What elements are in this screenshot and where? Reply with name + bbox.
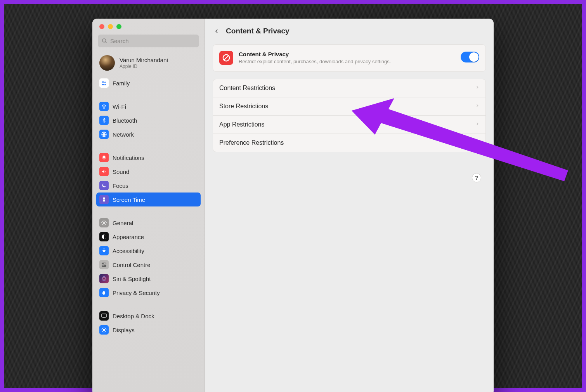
sidebar-item-label: Control Centre xyxy=(113,262,151,268)
content-privacy-description: Restrict explicit content, purchases, do… xyxy=(239,58,402,65)
svg-point-11 xyxy=(102,263,103,264)
minimize-window-button[interactable] xyxy=(108,24,113,29)
fullscreen-window-button[interactable] xyxy=(116,24,121,29)
family-icon xyxy=(99,78,109,88)
search-field[interactable] xyxy=(98,35,199,47)
sidebar-item-label: Privacy & Security xyxy=(113,290,160,296)
svg-line-23 xyxy=(105,331,106,331)
sidebar-item-bluetooth[interactable]: Bluetooth xyxy=(96,113,201,127)
store-restrictions-row[interactable]: Store Restrictions xyxy=(213,97,485,115)
notifications-icon xyxy=(99,153,109,162)
sidebar-item-general[interactable]: General xyxy=(96,216,201,230)
main-header: Content & Privacy xyxy=(205,19,494,42)
page-border: Varun Mirchandani Apple ID Family xyxy=(0,0,586,392)
sidebar-item-desktop-dock[interactable]: Desktop & Dock xyxy=(96,309,201,323)
sidebar-item-label: Focus xyxy=(113,182,128,189)
svg-line-24 xyxy=(102,331,102,331)
sidebar-item-label: Desktop & Dock xyxy=(113,313,154,319)
control-centre-icon xyxy=(99,260,109,269)
content-privacy-title: Content & Privacy xyxy=(239,51,455,57)
chevron-right-icon xyxy=(475,139,479,146)
svg-point-3 xyxy=(104,82,106,83)
row-label: Content Restrictions xyxy=(219,85,275,92)
svg-point-0 xyxy=(102,39,106,42)
chevron-right-icon xyxy=(475,103,479,110)
sidebar-item-displays[interactable]: Displays xyxy=(96,323,201,337)
sidebar-item-label: General xyxy=(113,220,133,226)
close-window-button[interactable] xyxy=(99,24,104,29)
content-privacy-toggle[interactable] xyxy=(461,52,479,62)
user-name: Varun Mirchandani xyxy=(120,57,168,63)
svg-point-8 xyxy=(104,248,105,250)
sidebar-item-label: Accessibility xyxy=(113,248,144,254)
bluetooth-icon xyxy=(99,116,109,125)
apple-id-row[interactable]: Varun Mirchandani Apple ID xyxy=(92,51,205,75)
sidebar-item-label: Sound xyxy=(113,168,129,175)
hand-icon xyxy=(99,288,109,297)
sidebar-item-control-centre[interactable]: Control Centre xyxy=(96,258,201,272)
focus-icon xyxy=(99,181,109,190)
svg-line-1 xyxy=(105,42,106,43)
sidebar-item-siri-spotlight[interactable]: Siri & Spotlight xyxy=(96,272,201,286)
page-title: Content & Privacy xyxy=(226,27,290,35)
help-button[interactable]: ? xyxy=(472,173,481,182)
help-label: ? xyxy=(475,175,479,181)
avatar xyxy=(99,55,115,71)
sidebar-item-sound[interactable]: Sound xyxy=(96,165,201,179)
content-privacy-card: Content & Privacy Restrict explicit cont… xyxy=(213,44,486,72)
main-content: Content & Privacy Content & Privacy Rest… xyxy=(205,19,494,392)
screen-time-icon xyxy=(99,195,109,204)
svg-point-2 xyxy=(102,81,104,83)
sidebar-item-network[interactable]: Network xyxy=(96,127,201,141)
sidebar-item-label: Screen Time xyxy=(113,196,145,203)
desktop-wallpaper: Varun Mirchandani Apple ID Family xyxy=(4,4,582,388)
row-label: App Restrictions xyxy=(219,121,265,128)
siri-icon xyxy=(99,274,109,283)
svg-point-17 xyxy=(103,329,105,331)
search-icon xyxy=(102,38,107,44)
system-settings-window: Varun Mirchandani Apple ID Family xyxy=(92,19,494,392)
svg-point-6 xyxy=(103,222,105,224)
sound-icon xyxy=(99,167,109,176)
sidebar-item-label: Siri & Spotlight xyxy=(113,276,151,282)
search-input[interactable] xyxy=(110,38,195,44)
sidebar-item-label: Bluetooth xyxy=(113,117,137,124)
accessibility-icon xyxy=(99,246,109,255)
wifi-icon xyxy=(99,102,109,111)
sidebar-item-label: Displays xyxy=(113,327,135,333)
appearance-icon xyxy=(99,232,109,241)
svg-line-22 xyxy=(102,328,102,328)
chevron-left-icon xyxy=(214,28,220,34)
sidebar-item-accessibility[interactable]: Accessibility xyxy=(96,244,201,258)
displays-icon xyxy=(99,325,109,335)
chevron-right-icon xyxy=(475,85,479,92)
window-traffic-lights xyxy=(92,24,205,35)
sidebar-item-label: Wi-Fi xyxy=(113,103,126,110)
svg-rect-15 xyxy=(102,314,106,317)
row-label: Store Restrictions xyxy=(219,103,268,110)
content-restrictions-row[interactable]: Content Restrictions xyxy=(213,79,485,97)
sidebar-item-label: Notifications xyxy=(113,154,144,161)
content-privacy-icon xyxy=(219,51,233,65)
sidebar-item-label: Appearance xyxy=(113,234,144,240)
svg-point-14 xyxy=(103,278,106,280)
sidebar-item-focus[interactable]: Focus xyxy=(96,179,201,193)
desktop-dock-icon xyxy=(99,311,109,321)
sidebar-item-label: Network xyxy=(113,131,134,138)
sidebar-item-wifi[interactable]: Wi-Fi xyxy=(96,99,201,113)
back-button[interactable] xyxy=(212,26,221,36)
sidebar-item-notifications[interactable]: Notifications xyxy=(96,151,201,165)
sidebar-item-appearance[interactable]: Appearance xyxy=(96,230,201,244)
svg-line-25 xyxy=(105,328,106,328)
svg-line-27 xyxy=(224,56,229,60)
sidebar-item-label: Family xyxy=(113,80,130,87)
app-restrictions-row[interactable]: App Restrictions xyxy=(213,115,485,134)
svg-point-4 xyxy=(104,108,104,109)
user-sublabel: Apple ID xyxy=(120,64,168,69)
sidebar-item-family[interactable]: Family xyxy=(96,76,201,90)
preference-restrictions-row[interactable]: Preference Restrictions xyxy=(213,134,485,152)
network-icon xyxy=(99,130,109,139)
sidebar-item-privacy-security[interactable]: Privacy & Security xyxy=(96,286,201,300)
row-label: Preference Restrictions xyxy=(219,139,284,146)
sidebar-item-screen-time[interactable]: Screen Time xyxy=(96,193,201,206)
